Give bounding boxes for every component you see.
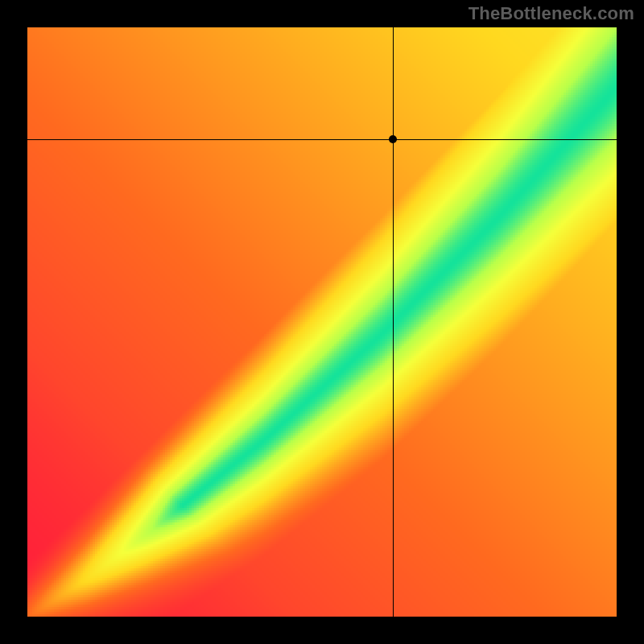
heatmap-canvas	[27, 27, 617, 617]
heatmap-plot	[27, 27, 617, 617]
chart-container: TheBottleneck.com	[0, 0, 644, 644]
watermark-text: TheBottleneck.com	[469, 3, 634, 24]
